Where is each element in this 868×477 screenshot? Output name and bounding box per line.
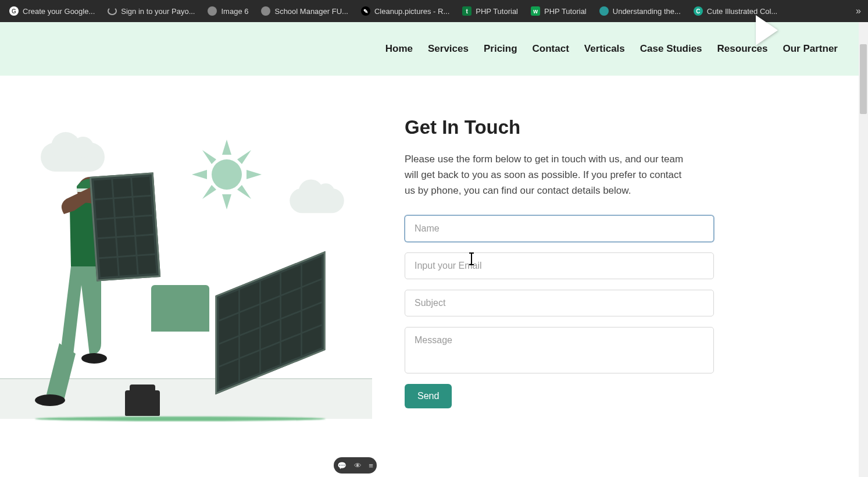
nav-resources[interactable]: Resources — [717, 43, 768, 55]
favicon-icon — [261, 6, 270, 16]
eye-icon[interactable]: 👁 — [354, 461, 362, 470]
tab-label: Cute Illustrated Col... — [707, 7, 777, 16]
cloud-icon — [290, 188, 344, 213]
favicon-icon — [108, 7, 117, 15]
tab-label: PHP Tutorial — [476, 7, 518, 16]
svg-marker-4 — [247, 170, 262, 179]
svg-point-12 — [81, 353, 107, 364]
nav-contact[interactable]: Contact — [533, 43, 569, 55]
svg-point-0 — [212, 159, 242, 190]
tab-cute[interactable]: CCute Illustrated Col... — [688, 4, 783, 18]
nav-our-partner[interactable]: Our Partner — [783, 43, 838, 55]
main-nav: HomeServicesPricingContactVerticalsCase … — [385, 43, 838, 55]
tab-label: Cleanup.pictures - R... — [374, 7, 449, 16]
solar-panel-icon — [216, 251, 326, 394]
svg-marker-7 — [202, 185, 216, 199]
tab-overflow-button[interactable]: » — [856, 6, 861, 16]
nav-pricing[interactable]: Pricing — [484, 43, 517, 55]
nav-home[interactable]: Home — [385, 43, 413, 55]
page-viewport: HomeServicesPricingContactVerticalsCase … — [0, 22, 868, 477]
bench-icon — [151, 285, 209, 332]
tab-school[interactable]: School Manager FU... — [255, 4, 353, 18]
floating-toolbar[interactable]: 💬 👁 ≡ — [334, 457, 377, 474]
solar-panel-icon — [90, 172, 160, 281]
svg-point-11 — [35, 394, 65, 406]
svg-marker-3 — [192, 170, 207, 179]
cloud-icon — [41, 143, 105, 172]
contact-description: Please use the form below to get in touc… — [405, 151, 684, 199]
tab-label: Create your Google... — [23, 7, 95, 16]
favicon-icon: C — [694, 6, 703, 16]
vertical-scrollbar-thumb[interactable] — [860, 44, 867, 114]
favicon-icon: w — [531, 6, 540, 16]
ground-shadow — [35, 417, 326, 421]
svg-marker-6 — [237, 150, 251, 164]
comment-icon[interactable]: 💬 — [337, 461, 347, 470]
tab-php2[interactable]: wPHP Tutorial — [525, 4, 592, 18]
site-header: HomeServicesPricingContactVerticalsCase … — [0, 22, 868, 76]
favicon-icon — [208, 6, 217, 16]
vertical-scrollbar-track[interactable] — [859, 22, 868, 477]
tab-label: School Manager FU... — [274, 7, 348, 16]
nav-case-studies[interactable]: Case Studies — [640, 43, 702, 55]
tab-label: Image 6 — [221, 7, 248, 16]
contact-form-column: Get In Touch Please use the form below t… — [405, 116, 719, 425]
contact-illustration — [0, 116, 372, 425]
svg-marker-5 — [202, 150, 216, 164]
tab-google[interactable]: GCreate your Google... — [3, 4, 101, 18]
svg-marker-8 — [237, 185, 251, 199]
tab-understanding[interactable]: Understanding the... — [594, 4, 687, 18]
browser-tab-bar: GCreate your Google...Sign in to your Pa… — [0, 0, 868, 22]
send-button[interactable]: Send — [405, 384, 452, 408]
favicon-icon: t — [462, 6, 471, 16]
tab-php1[interactable]: tPHP Tutorial — [456, 4, 524, 18]
tab-cleanup[interactable]: ✎Cleanup.pictures - R... — [355, 4, 455, 18]
tab-label: PHP Tutorial — [544, 7, 587, 16]
sun-icon — [192, 140, 262, 209]
tab-label: Understanding the... — [613, 7, 681, 16]
svg-marker-1 — [222, 140, 231, 155]
email-input[interactable] — [405, 252, 714, 279]
contact-title: Get In Touch — [405, 116, 719, 138]
favicon-icon: ✎ — [361, 6, 370, 16]
nav-services[interactable]: Services — [428, 43, 469, 55]
name-input[interactable] — [405, 215, 714, 242]
tab-image6[interactable]: Image 6 — [202, 4, 254, 18]
menu-icon[interactable]: ≡ — [369, 461, 373, 470]
subject-input[interactable] — [405, 290, 714, 316]
tab-payo[interactable]: Sign in to your Payo... — [102, 5, 201, 18]
toolbox-icon — [125, 390, 160, 416]
nav-verticals[interactable]: Verticals — [584, 43, 625, 55]
svg-marker-2 — [222, 194, 231, 209]
favicon-icon — [599, 6, 609, 16]
favicon-icon: G — [9, 6, 19, 16]
message-input[interactable] — [405, 327, 714, 373]
tab-label: Sign in to your Payo... — [121, 7, 195, 16]
contact-section: Get In Touch Please use the form below t… — [0, 76, 868, 442]
